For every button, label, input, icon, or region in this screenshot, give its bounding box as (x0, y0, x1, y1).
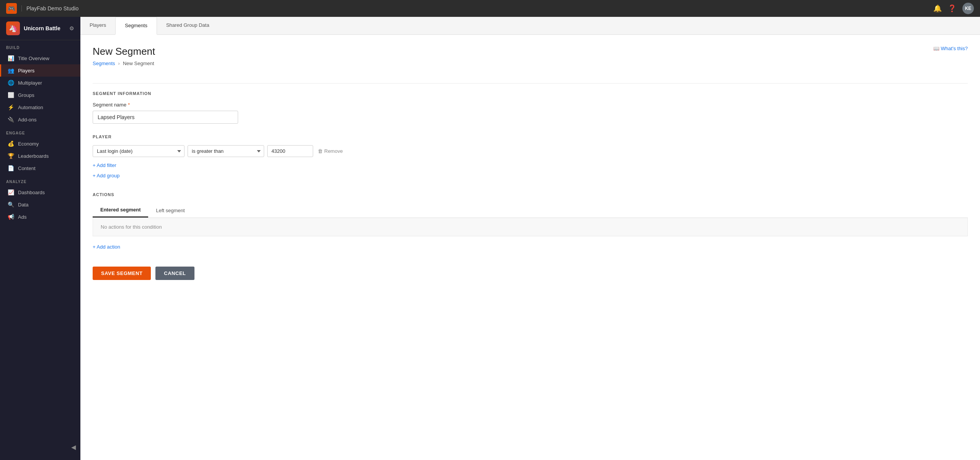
bar-chart-icon: 📊 (7, 55, 14, 61)
logo-icon: 🎮 (8, 5, 15, 12)
sidebar-item-label: Title Overview (18, 56, 49, 61)
sidebar-item-automation[interactable]: ⚡ Automation (0, 101, 80, 113)
trash-icon: 🗑 (318, 148, 323, 154)
players-icon: 👥 (7, 67, 14, 74)
actions-section-label: ACTIONS (93, 192, 968, 197)
tab-players[interactable]: Players (80, 17, 115, 34)
filter-operator-select[interactable]: is greater than is less than is equal to (188, 145, 264, 157)
sidebar-item-label: Add-ons (18, 117, 36, 123)
add-group-button[interactable]: + Add group (93, 171, 119, 180)
leaderboards-icon: 🏆 (7, 153, 14, 159)
required-star: * (128, 102, 130, 108)
data-icon: 🔍 (7, 201, 14, 208)
sidebar-item-label: Groups (18, 92, 34, 98)
breadcrumb-separator: › (118, 61, 120, 66)
sidebar-item-data[interactable]: 🔍 Data (0, 198, 80, 211)
sidebar-item-players[interactable]: 👥 Players (0, 64, 80, 77)
cancel-button[interactable]: CANCEL (155, 267, 194, 280)
form-buttons: SAVE SEGMENT CANCEL (93, 267, 968, 280)
content-icon: 📄 (7, 165, 14, 171)
breadcrumb: Segments › New Segment (93, 61, 155, 66)
sidebar-item-groups[interactable]: ⬜ Groups (0, 89, 80, 101)
studio-name: PlayFab Demo Studio (21, 5, 78, 11)
sidebar-item-label: Multiplayer (18, 80, 42, 86)
sidebar-item-leaderboards[interactable]: 🏆 Leaderboards (0, 150, 80, 162)
save-segment-button[interactable]: SAVE SEGMENT (93, 267, 151, 280)
automation-icon: ⚡ (7, 104, 14, 110)
game-name: Unicorn Battle (24, 25, 65, 31)
sidebar-item-label: Players (18, 68, 34, 74)
app-body: 🦄 Unicorn Battle ⚙ BUILD 📊 Title Overvie… (0, 17, 980, 460)
globe-icon: 🌐 (7, 80, 14, 86)
sidebar-item-label: Data (18, 202, 28, 208)
page-title: New Segment (93, 46, 155, 57)
dashboards-icon: 📈 (7, 189, 14, 195)
divider (93, 83, 968, 83)
sidebar-section-build: BUILD (0, 40, 80, 52)
tab-bar: Players Segments Shared Group Data (80, 17, 980, 35)
gear-icon[interactable]: ⚙ (69, 25, 74, 31)
sidebar-item-label: Automation (18, 105, 43, 110)
no-actions-area: No actions for this condition (93, 218, 968, 236)
filter-condition-select[interactable]: Last login (date) First login Last purch… (93, 145, 185, 157)
player-section-label: PLAYER (93, 134, 968, 139)
sidebar-item-addons[interactable]: 🔌 Add-ons (0, 113, 80, 126)
whats-this-link[interactable]: 📖 What's this? (933, 46, 968, 51)
tab-entered-segment[interactable]: Entered segment (93, 203, 148, 218)
sidebar-engage-section: ENGAGE 💰 Economy 🏆 Leaderboards 📄 Conten… (0, 126, 80, 174)
sidebar-item-label: Dashboards (18, 190, 45, 195)
remove-filter-button[interactable]: 🗑 Remove (316, 147, 344, 156)
sidebar-analyze-section: ANALYZE 📈 Dashboards 🔍 Data 📢 Ads (0, 174, 80, 223)
collapse-icon: ◀ (71, 444, 76, 451)
topbar-right: 🔔 ❓ KE (933, 3, 974, 14)
segment-name-input[interactable] (93, 111, 238, 124)
sidebar-build-section: BUILD 📊 Title Overview 👥 Players 🌐 Multi… (0, 40, 80, 126)
economy-icon: 💰 (7, 141, 14, 147)
segment-name-field-label: Segment name * (93, 102, 968, 108)
segment-info-label: SEGMENT INFORMATION (93, 91, 968, 96)
addon-icon: 🔌 (7, 116, 14, 123)
sidebar-section-engage: ENGAGE (0, 126, 80, 138)
ads-icon: 📢 (7, 214, 14, 220)
tab-shared-group-data[interactable]: Shared Group Data (157, 17, 219, 34)
main-area: Players Segments Shared Group Data New S… (80, 17, 980, 460)
book-icon: 📖 (933, 46, 939, 51)
tab-left-segment[interactable]: Left segment (148, 203, 192, 218)
actions-tabs: Entered segment Left segment (93, 203, 968, 218)
filter-row: Last login (date) First login Last purch… (93, 145, 968, 157)
add-filter-button[interactable]: + Add filter (93, 161, 116, 170)
tab-segments[interactable]: Segments (115, 17, 157, 35)
sidebar-game: 🦄 Unicorn Battle ⚙ (0, 17, 80, 40)
segment-info-section: SEGMENT INFORMATION Segment name * (93, 91, 968, 124)
no-actions-text: No actions for this condition (101, 224, 162, 230)
sidebar-item-label: Leaderboards (18, 153, 49, 159)
sidebar-item-label: Economy (18, 141, 39, 147)
player-section: PLAYER Last login (date) First login Las… (93, 134, 968, 180)
app-logo: 🎮 (6, 3, 17, 14)
sidebar-item-multiplayer[interactable]: 🌐 Multiplayer (0, 77, 80, 89)
topbar: 🎮 PlayFab Demo Studio 🔔 ❓ KE (0, 0, 980, 17)
content-area: New Segment Segments › New Segment 📖 Wha… (80, 35, 980, 460)
sidebar: 🦄 Unicorn Battle ⚙ BUILD 📊 Title Overvie… (0, 17, 80, 460)
filter-value-input[interactable] (267, 145, 313, 157)
sidebar-item-label: Content (18, 165, 36, 171)
add-action-button[interactable]: + Add action (93, 242, 120, 251)
actions-footer: + Add action (93, 236, 968, 251)
actions-section: ACTIONS Entered segment Left segment No … (93, 192, 968, 251)
sidebar-item-label: Ads (18, 214, 26, 220)
sidebar-item-title-overview[interactable]: 📊 Title Overview (0, 52, 80, 64)
help-icon[interactable]: ❓ (948, 4, 956, 13)
sidebar-item-ads[interactable]: 📢 Ads (0, 211, 80, 223)
sidebar-item-content[interactable]: 📄 Content (0, 162, 80, 174)
game-avatar: 🦄 (6, 21, 20, 35)
sidebar-item-economy[interactable]: 💰 Economy (0, 138, 80, 150)
avatar[interactable]: KE (962, 3, 974, 14)
sidebar-item-dashboards[interactable]: 📈 Dashboards (0, 186, 80, 198)
groups-icon: ⬜ (7, 92, 14, 98)
sidebar-section-analyze: ANALYZE (0, 174, 80, 186)
breadcrumb-current: New Segment (123, 61, 154, 66)
sidebar-collapse-button[interactable]: ◀ (0, 440, 80, 454)
notification-icon[interactable]: 🔔 (933, 4, 942, 13)
breadcrumb-segments-link[interactable]: Segments (93, 61, 115, 66)
